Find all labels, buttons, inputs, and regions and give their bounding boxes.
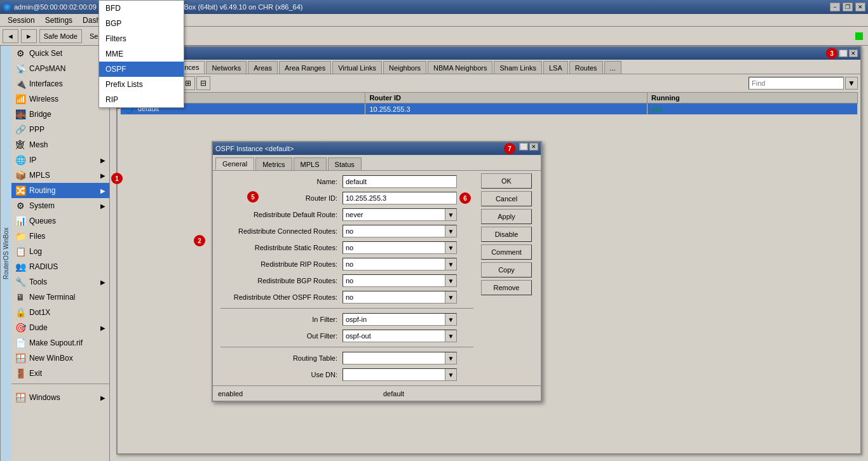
redistribute-static-select[interactable]: no ▼ [342,241,457,254]
ospf-close-button[interactable]: ✕ [849,50,858,57]
tab-area-ranges[interactable]: Area Ranges [279,61,331,74]
dude-icon: 🎯 [15,323,25,333]
name-input[interactable] [342,175,457,188]
col-router-id[interactable]: Router ID [365,93,648,104]
sidebar-item-exit[interactable]: 🚪 Exit [11,366,109,381]
sidebar-item-radius[interactable]: 👥 RADIUS [11,259,109,274]
search-dropdown[interactable]: ▼ [845,77,858,90]
title-bar-right[interactable]: − ❐ ✕ [830,3,865,11]
tab-networks[interactable]: Networks [206,61,247,74]
tab-virtual-links[interactable]: Virtual Links [332,61,382,74]
submenu-filters[interactable]: Filters [99,31,184,46]
redistribute-other-select[interactable]: no ▼ [342,291,457,304]
sidebar-label-mpls: MPLS [29,171,50,180]
form-row-redistribute-default: Redistribute Default Route: never ▼ [215,206,478,223]
ok-button[interactable]: OK [481,173,532,189]
sidebar-item-ppp[interactable]: 🔗 PPP [11,122,109,137]
sidebar-item-log[interactable]: 📋 Log [11,244,109,259]
filter-button[interactable]: ⊟ [196,76,210,90]
menu-session[interactable]: Session [3,14,40,27]
submenu-rip[interactable]: RIP [99,92,184,107]
maximize-button[interactable]: ❐ [843,3,853,11]
in-filter-arrow[interactable]: ▼ [445,314,456,325]
sidebar-item-new-terminal[interactable]: 🖥 New Terminal [11,290,109,305]
safe-mode-button[interactable]: Safe Mode [39,29,82,43]
search-input[interactable] [749,77,844,90]
tab-sham-links[interactable]: Sham Links [494,61,541,74]
sidebar-item-dot1x[interactable]: 🔒 Dot1X [11,305,109,320]
redistribute-static-arrow[interactable]: ▼ [445,242,456,253]
windows-icon: 🪟 [15,392,25,403]
out-filter-arrow[interactable]: ▼ [445,330,456,342]
sidebar-item-mpls[interactable]: 📦 MPLS ▶ [11,168,109,183]
forward-button[interactable]: ► [21,29,37,43]
ospf-restore-button[interactable]: ⬜ [839,50,848,57]
sidebar-item-new-winbox[interactable]: 🪟 New WinBox [11,351,109,366]
dialog-tab-mpls[interactable]: MPLS [294,157,327,170]
router-id-input[interactable] [342,192,457,204]
dialog-tab-metrics[interactable]: Metrics [255,157,292,170]
tab-neighbors[interactable]: Neighbors [383,61,426,74]
sidebar-item-quick-set[interactable]: ⚙ Quick Set [11,46,109,61]
copy-button[interactable]: Copy [481,262,532,277]
use-dn-select[interactable]: ▼ [342,368,457,381]
sidebar-label-quick-set: Quick Set [29,49,62,58]
redistribute-bgp-arrow[interactable]: ▼ [445,275,456,286]
col-running[interactable]: Running [648,93,858,104]
sidebar-item-queues[interactable]: 📊 Queues [11,213,109,229]
submenu-bfd[interactable]: BFD [99,1,184,16]
comment-button[interactable]: Comment [481,244,532,260]
sidebar-item-wireless[interactable]: 📶 Wireless [11,91,109,107]
sidebar-item-windows[interactable]: 🪟 Windows ▶ [11,390,109,405]
minimize-button[interactable]: − [830,3,840,11]
submenu-ospf[interactable]: OSPF [99,62,184,77]
sidebar-item-ip[interactable]: 🌐 IP ▶ [11,152,109,168]
dialog-tab-general[interactable]: General [215,157,254,170]
redistribute-default-select[interactable]: never ▼ [342,208,457,221]
dialog-tab-status[interactable]: Status [328,157,362,170]
redistribute-other-arrow[interactable]: ▼ [445,291,456,303]
redistribute-connected-arrow[interactable]: ▼ [445,225,456,237]
routing-table-arrow[interactable]: ▼ [445,352,456,364]
tab-nbma-neighbors[interactable]: NBMA Neighbors [428,61,492,74]
sidebar-item-system[interactable]: ⚙ System ▶ [11,198,109,213]
in-filter-select[interactable]: ospf-in ▼ [342,313,457,326]
routing-table-select[interactable]: ▼ [342,352,457,364]
sidebar-item-mesh[interactable]: 🕸 Mesh [11,137,109,152]
submenu-prefix-lists[interactable]: Prefix Lists [99,77,184,92]
sidebar-item-tools[interactable]: 🔧 Tools ▶ [11,274,109,290]
redistribute-connected-select[interactable]: no ▼ [342,225,457,237]
capsman-icon: 📡 [15,63,25,74]
back-button[interactable]: ◄ [3,29,18,43]
redistribute-default-arrow[interactable]: ▼ [445,209,456,220]
sidebar-item-interfaces[interactable]: 🔌 Interfaces [11,76,109,91]
sidebar-item-make-supout[interactable]: 📄 Make Supout.rif [11,335,109,351]
queues-icon: 📊 [15,216,25,226]
submenu-bgp[interactable]: BGP [99,16,184,31]
disable-button[interactable]: Disable [481,227,532,242]
sidebar-item-bridge[interactable]: 🌉 Bridge [11,107,109,122]
out-filter-select[interactable]: ospf-out ▼ [342,330,457,342]
sidebar-item-dude[interactable]: 🎯 Dude ▶ [11,320,109,335]
table-row[interactable]: 🔵 default 10.255.255.3 yes [121,104,858,115]
cancel-button[interactable]: Cancel [481,191,532,206]
sidebar-item-files[interactable]: 📁 Files [11,229,109,244]
redistribute-bgp-select[interactable]: no ▼ [342,274,457,287]
submenu-mme[interactable]: MME [99,46,184,62]
remove-button[interactable]: Remove [481,280,532,295]
menu-settings[interactable]: Settings [40,14,78,27]
redistribute-rip-select[interactable]: no ▼ [342,258,457,271]
redistribute-rip-arrow[interactable]: ▼ [445,258,456,270]
dialog-content: Name: 5 Router ID: 6 Redistrib [213,171,541,385]
tab-routes[interactable]: Routes [569,61,603,74]
tab-more[interactable]: ... [604,61,621,74]
tab-lsa[interactable]: LSA [543,61,568,74]
sidebar-item-routing[interactable]: 🔀 Routing ▶ [11,183,109,198]
close-button[interactable]: ✕ [855,3,865,11]
dialog-close-button[interactable]: ✕ [529,143,538,150]
sidebar-item-capsman[interactable]: 📡 CAPsMAN [11,61,109,76]
use-dn-arrow[interactable]: ▼ [445,369,456,380]
apply-button[interactable]: Apply [481,209,532,224]
tab-areas[interactable]: Areas [248,61,278,74]
dialog-restore-button[interactable]: ⬜ [519,143,528,150]
